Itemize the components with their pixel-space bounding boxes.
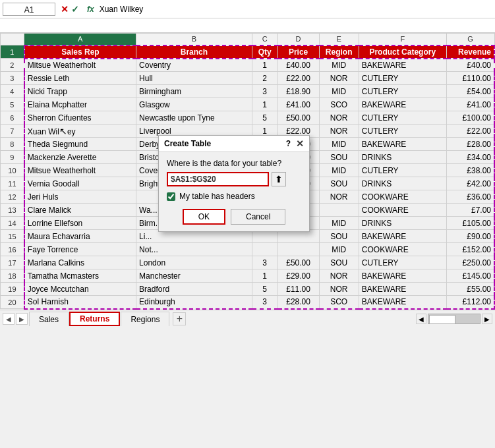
- cell-e8[interactable]: MID: [319, 138, 359, 151]
- cell-a11[interactable]: Vernia Goodall: [24, 177, 136, 190]
- cell-a12[interactable]: Jeri Huls: [24, 190, 136, 204]
- cell-f19[interactable]: BAKEWARE: [359, 283, 446, 296]
- dialog-cancel-button[interactable]: Cancel: [231, 209, 285, 225]
- cell-e10[interactable]: MID: [319, 164, 359, 177]
- col-header-b[interactable]: B: [136, 34, 252, 45]
- cell-b1[interactable]: Branch: [136, 45, 252, 59]
- cell-g10[interactable]: £38.00: [446, 164, 494, 177]
- cell-e13[interactable]: [319, 204, 359, 217]
- cell-f4[interactable]: CUTLERY: [359, 85, 446, 98]
- cell-g16[interactable]: £152.00: [446, 243, 494, 256]
- cell-g12[interactable]: £36.00: [446, 190, 494, 204]
- cell-f2[interactable]: BAKEWARE: [359, 59, 446, 72]
- cell-b3[interactable]: Hull: [136, 72, 252, 85]
- confirm-formula-icon[interactable]: ✓: [71, 4, 79, 14]
- cell-c6[interactable]: 5: [252, 111, 277, 125]
- cell-d18[interactable]: £29.00: [277, 269, 319, 283]
- cell-g11[interactable]: £42.00: [446, 177, 494, 190]
- cell-e18[interactable]: NOR: [319, 269, 359, 283]
- cell-e4[interactable]: MID: [319, 85, 359, 98]
- cell-e15[interactable]: SOU: [319, 230, 359, 243]
- cell-g5[interactable]: £41.00: [446, 98, 494, 111]
- cell-a4[interactable]: Nicki Trapp: [24, 85, 136, 98]
- cell-a20[interactable]: Sol Harnish: [24, 296, 136, 309]
- cell-d4[interactable]: £18.90: [277, 85, 319, 98]
- cell-f16[interactable]: COOKWARE: [359, 243, 446, 256]
- cell-c3[interactable]: 2: [252, 72, 277, 85]
- tab-nav-next[interactable]: ▶: [16, 313, 28, 325]
- cell-e2[interactable]: MID: [319, 59, 359, 72]
- cell-b18[interactable]: Manchester: [136, 269, 252, 283]
- cell-e6[interactable]: NOR: [319, 111, 359, 125]
- cell-c19[interactable]: 5: [252, 283, 277, 296]
- cell-f8[interactable]: BAKEWARE: [359, 138, 446, 151]
- cell-e20[interactable]: SCO: [319, 296, 359, 309]
- cell-b6[interactable]: Newcastle upon Tyne: [136, 111, 252, 125]
- cell-g3[interactable]: £110.00: [446, 72, 494, 85]
- cell-a5[interactable]: Elaina Mcphatter: [24, 98, 136, 111]
- tab-sales[interactable]: Sales: [29, 312, 69, 326]
- cell-g15[interactable]: £90.00: [446, 230, 494, 243]
- cell-a2[interactable]: Mitsue Weatherholt: [24, 59, 136, 72]
- cell-a15[interactable]: Maura Echavarria: [24, 230, 136, 243]
- cell-a14[interactable]: Lorrine Ellefson: [24, 217, 136, 230]
- cell-g7[interactable]: £22.00: [446, 125, 494, 138]
- cell-g17[interactable]: £250.00: [446, 256, 494, 269]
- cell-a13[interactable]: Clare Malick: [24, 204, 136, 217]
- cell-d3[interactable]: £22.00: [277, 72, 319, 85]
- scroll-left-button[interactable]: ◀: [416, 314, 426, 324]
- cell-c2[interactable]: 1: [252, 59, 277, 72]
- cell-b2[interactable]: Coventry: [136, 59, 252, 72]
- cell-a1[interactable]: Sales Rep: [24, 45, 136, 59]
- cell-g1[interactable]: Revenue: [446, 45, 494, 59]
- cell-c17[interactable]: 3: [252, 256, 277, 269]
- cell-e1[interactable]: Region: [319, 45, 359, 59]
- cell-d16[interactable]: [277, 243, 319, 256]
- col-header-d[interactable]: D: [277, 34, 319, 45]
- cell-d1[interactable]: Price: [277, 45, 319, 59]
- cell-d19[interactable]: £11.00: [277, 283, 319, 296]
- cell-c20[interactable]: 3: [252, 296, 277, 309]
- cell-b5[interactable]: Glasgow: [136, 98, 252, 111]
- name-box[interactable]: A1: [3, 3, 55, 16]
- cell-e19[interactable]: NOR: [319, 283, 359, 296]
- cell-a8[interactable]: Theda Siegmund: [24, 138, 136, 151]
- cell-d6[interactable]: £50.00: [277, 111, 319, 125]
- cell-c5[interactable]: 1: [252, 98, 277, 111]
- tab-nav-prev[interactable]: ◀: [3, 313, 15, 325]
- dialog-ok-button[interactable]: OK: [183, 209, 225, 225]
- dialog-close-button[interactable]: ✕: [296, 138, 304, 149]
- cell-a18[interactable]: Tamatha Mcmasters: [24, 269, 136, 283]
- cell-c1[interactable]: Qty: [252, 45, 277, 59]
- cell-f11[interactable]: DRINKS: [359, 177, 446, 190]
- col-header-c[interactable]: C: [252, 34, 277, 45]
- cell-f9[interactable]: DRINKS: [359, 151, 446, 164]
- cell-a19[interactable]: Joyce Mccutchan: [24, 283, 136, 296]
- cell-c4[interactable]: 3: [252, 85, 277, 98]
- cell-e7[interactable]: NOR: [319, 125, 359, 138]
- cell-b17[interactable]: London: [136, 256, 252, 269]
- formula-input[interactable]: [100, 5, 492, 14]
- cell-b19[interactable]: Bradford: [136, 283, 252, 296]
- cell-b16[interactable]: Not...: [136, 243, 252, 256]
- cell-c16[interactable]: [252, 243, 277, 256]
- cancel-formula-icon[interactable]: ✕: [61, 4, 69, 14]
- add-tab-button[interactable]: +: [173, 312, 186, 325]
- cell-f6[interactable]: CUTLERY: [359, 111, 446, 125]
- cell-g4[interactable]: £54.00: [446, 85, 494, 98]
- cell-e11[interactable]: SOU: [319, 177, 359, 190]
- cell-a6[interactable]: Sherron Cifuentes: [24, 111, 136, 125]
- cell-e12[interactable]: NOR: [319, 190, 359, 204]
- cell-a10[interactable]: Mitsue Weatherholt: [24, 164, 136, 177]
- cell-b20[interactable]: Edinburgh: [136, 296, 252, 309]
- col-header-f[interactable]: F: [359, 34, 446, 45]
- cell-d20[interactable]: £28.00: [277, 296, 319, 309]
- scroll-thumb[interactable]: [429, 315, 455, 324]
- cell-g14[interactable]: £105.00: [446, 217, 494, 230]
- cell-d2[interactable]: £40.00: [277, 59, 319, 72]
- dialog-range-input[interactable]: [167, 172, 269, 186]
- cell-f7[interactable]: CUTLERY: [359, 125, 446, 138]
- cell-d5[interactable]: £41.00: [277, 98, 319, 111]
- cell-f3[interactable]: CUTLERY: [359, 72, 446, 85]
- cell-f15[interactable]: BAKEWARE: [359, 230, 446, 243]
